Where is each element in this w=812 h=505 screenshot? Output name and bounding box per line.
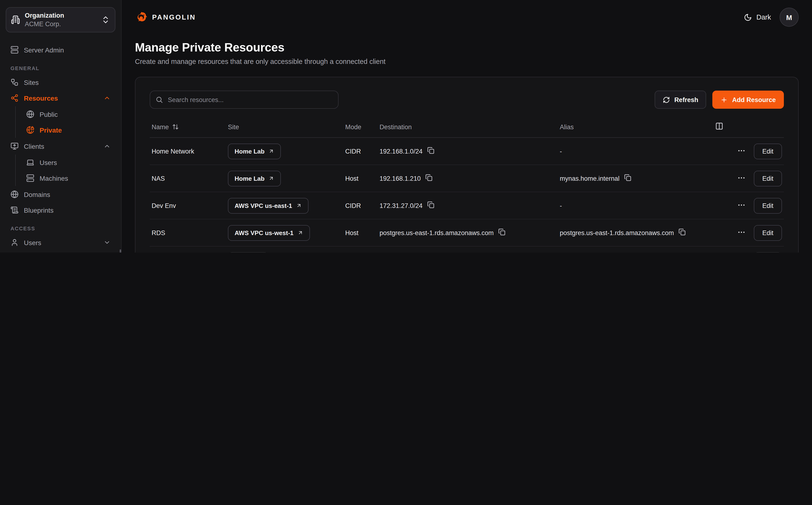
sidebar-item-server-admin[interactable]: Server Admin (6, 42, 116, 58)
sidebar-subitems: UsersMachines (15, 155, 116, 186)
edit-button[interactable]: Edit (754, 225, 782, 240)
add-resource-label: Add Resource (732, 96, 776, 103)
search-input[interactable] (150, 91, 339, 109)
cell-site: AWS VPC us-east-1 (226, 192, 343, 219)
sidebar-item-label: Domains (24, 190, 111, 198)
column-visibility-button[interactable] (715, 122, 723, 132)
sidebar-item-users[interactable]: Users (6, 234, 116, 250)
sidebar-item-label: Public (40, 111, 111, 118)
sidebar-section: GENERALSitesResourcesPublicPrivateClient… (6, 65, 116, 218)
row-menu-button[interactable] (737, 200, 746, 210)
topbar: PANGOLIN Dark M (135, 7, 799, 28)
plus-icon (721, 96, 728, 103)
site-name: AWS VPC us-east-1 (235, 202, 292, 209)
moon-icon (744, 13, 752, 21)
row-menu-button[interactable] (737, 228, 746, 238)
ellipsis-icon (737, 146, 746, 155)
site-link-button[interactable]: AWS VPC us-east-1 (228, 198, 308, 213)
sidebar-item-clients[interactable]: Clients (6, 138, 116, 154)
cell-actions: Edit (713, 138, 784, 165)
site-link-button[interactable]: Home Lab (228, 143, 281, 159)
sort-icon[interactable] (172, 124, 179, 130)
brand[interactable]: PANGOLIN (135, 11, 196, 24)
row-menu-button[interactable] (737, 146, 746, 156)
add-resource-button[interactable]: Add Resource (713, 91, 784, 109)
laptop-icon (26, 158, 34, 166)
workflow-icon (10, 78, 19, 86)
column-header-name: Name (150, 119, 226, 138)
sidebar-item-machines[interactable]: Machines (21, 170, 116, 186)
cell-destination: 192.168.1.210 (378, 165, 558, 192)
copy-icon (624, 174, 631, 181)
column-header-site: Site (226, 119, 343, 138)
sidebar-item-sites[interactable]: Sites (6, 74, 116, 90)
arrow-up-right-icon (296, 203, 301, 208)
app-root: Organization ACME Corp. Server AdminGENE… (0, 0, 812, 252)
cell-name: Dev Env (150, 192, 226, 219)
server-icon (10, 46, 19, 54)
search-icon (156, 96, 163, 104)
edit-button[interactable]: Edit (754, 170, 782, 186)
copy-button[interactable] (498, 228, 505, 237)
cell-site: AWS VPC us-west-1 (226, 219, 343, 246)
ellipsis-icon (737, 228, 746, 236)
sidebar-item-blueprints[interactable]: Blueprints (6, 202, 116, 218)
sidebar-item-domains[interactable]: Domains (6, 186, 116, 202)
share-network-icon (10, 94, 19, 102)
resources-card: Refresh Add Resource Name Site (135, 77, 799, 252)
copy-button[interactable] (427, 201, 434, 210)
cell-name: NAS (150, 165, 226, 192)
site-link-button[interactable]: AWS VPC us-west-1 (228, 225, 310, 240)
sidebar-item-public[interactable]: Public (21, 106, 116, 122)
org-switcher-label: Organization (25, 11, 96, 20)
alias-value: postgres.us-east-1.rds.amazonaws.com (560, 229, 674, 236)
row-menu-button[interactable] (737, 173, 746, 183)
page-title: Manage Private Resources (135, 40, 799, 54)
sidebar-section: ACCESSUsersRolesLinks (6, 225, 116, 252)
copy-button[interactable] (426, 174, 433, 183)
sidebar-item-private[interactable]: Private (21, 122, 116, 138)
copy-button[interactable] (679, 228, 686, 237)
theme-toggle-button[interactable]: Dark (744, 13, 771, 21)
table-row: RDSAWS VPC us-west-1Hostpostgres.us-east… (150, 219, 784, 246)
cell-alias: - (558, 138, 713, 165)
cell-name: Home Network (150, 138, 226, 165)
copy-button[interactable] (427, 147, 434, 155)
card-toolbar: Refresh Add Resource (150, 91, 784, 109)
copy-icon (679, 228, 686, 235)
edit-button[interactable]: Edit (754, 143, 782, 159)
cell-destination: postgres.us-east-1.rds.amazonaws.com (378, 219, 558, 246)
sidebar-scrollbar-thumb[interactable] (120, 249, 121, 252)
globe-icon (26, 110, 34, 118)
site-name: AWS VPC us-west-1 (235, 229, 293, 236)
sidebar-item-label: Blueprints (24, 206, 111, 214)
pangolin-logo-icon (135, 11, 148, 24)
edit-button[interactable]: Edit (754, 252, 782, 252)
sidebar-item-resources[interactable]: Resources (6, 90, 116, 106)
globe-lock-icon (26, 126, 34, 134)
refresh-button[interactable]: Refresh (655, 91, 706, 109)
sidebar-item-users[interactable]: Users (21, 155, 116, 170)
copy-button[interactable] (624, 174, 631, 183)
table-header-row: Name Site Mode Destination Alias (150, 119, 784, 138)
toolbar-buttons: Refresh Add Resource (655, 91, 784, 109)
site-link-button[interactable]: Home Lab (228, 170, 281, 186)
ellipsis-icon (737, 173, 746, 182)
org-switcher[interactable]: Organization ACME Corp. (6, 7, 116, 32)
table-row: Dev EnvAWS VPC us-east-1CIDR172.31.27.0/… (150, 192, 784, 219)
sidebar: Organization ACME Corp. Server AdminGENE… (0, 0, 122, 252)
server-icon (26, 174, 34, 182)
refresh-icon (663, 96, 670, 103)
avatar[interactable]: M (780, 8, 799, 27)
cell-destination: 172.31.27.0/24 (378, 192, 558, 219)
sidebar-item-roles[interactable]: Roles (6, 250, 116, 252)
site-link-button[interactable]: Office (228, 252, 268, 252)
site-name: Home Lab (235, 148, 265, 155)
arrow-up-right-icon (268, 175, 274, 181)
stage: Organization ACME Corp. Server AdminGENE… (0, 0, 812, 252)
topbar-right: Dark M (744, 8, 799, 27)
destination-value: 192.168.1.210 (380, 175, 421, 182)
edit-button[interactable]: Edit (754, 198, 782, 213)
cell-name: Remote Desktop (150, 246, 226, 252)
cell-mode: Host (343, 219, 378, 246)
